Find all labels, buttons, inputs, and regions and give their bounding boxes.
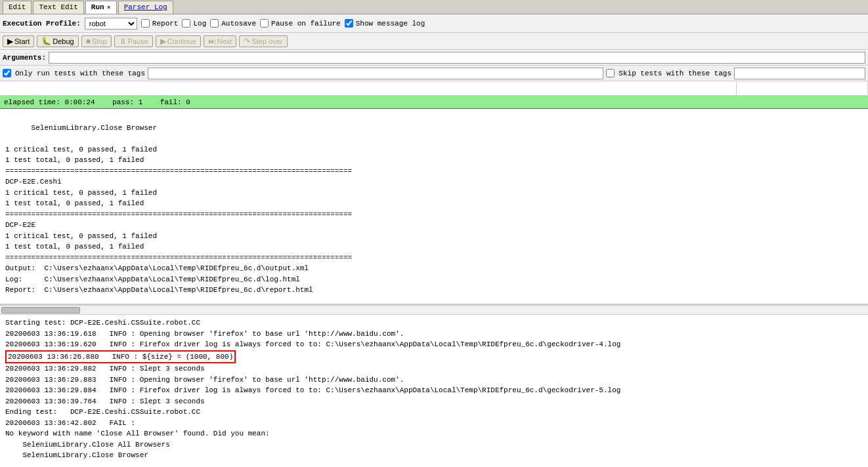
continue-label: Continue	[167, 37, 196, 45]
message-log-line: SeleniumLibrary.Close Browser	[5, 450, 863, 461]
step-over-icon: ↷	[244, 37, 250, 46]
show-message-log-label: Show message log	[356, 20, 425, 28]
next-label: Next	[217, 37, 232, 45]
tab-parser-log-label: Parser Log	[124, 3, 167, 11]
message-log-line: Ending test: DCP-E2E.Ceshi.CSSuite.robot…	[5, 407, 863, 418]
status-bar: elapsed time: 0:00:24 pass: 1 fail: 0	[0, 96, 868, 109]
tab-edit[interactable]: Edit	[3, 1, 32, 14]
show-message-log-checkbox-group: Show message log	[345, 19, 425, 28]
pause-on-failure-checkbox[interactable]	[260, 19, 269, 28]
stop-icon: ■	[86, 37, 91, 46]
message-log-line: SeleniumLibrary.Close All Browsers	[5, 439, 863, 451]
toolbar: Execution Profile: robot pybot jybot Rep…	[0, 14, 868, 33]
tags-value-input-left[interactable]	[0, 81, 737, 95]
only-run-tags-input[interactable]	[148, 68, 603, 79]
execution-profile-label: Execution Profile:	[3, 20, 81, 28]
log-checkbox-group: Log	[182, 19, 206, 28]
message-log-line: 20200603 13:36:19.618 INFO : Opening bro…	[5, 329, 863, 340]
tags-row: Only run tests with these tags Skip test…	[0, 66, 868, 81]
start-label: Start	[14, 37, 30, 45]
message-log-line: Starting test: DCP-E2E.Ceshi.CSSuite.rob…	[5, 317, 863, 329]
skip-tags-input[interactable]	[734, 68, 865, 79]
step-over-label: Step over	[251, 37, 282, 45]
skip-label: Skip tests with these tags	[618, 70, 731, 77]
only-run-checkbox[interactable]	[3, 69, 11, 77]
message-log-line: 20200603 13:36:19.620 INFO : Firefox dri…	[5, 339, 863, 350]
pause-on-failure-checkbox-group: Pause on failure	[260, 19, 341, 28]
execution-profile-select[interactable]: robot pybot jybot	[85, 18, 137, 30]
next-button[interactable]: ⏭ Next	[204, 35, 237, 47]
message-log-line: 20200603 13:36:26.880 INFO : ${size} = (…	[5, 350, 863, 364]
stop-label: Stop	[92, 37, 107, 45]
fail-count: fail: 0	[160, 98, 190, 106]
pause-icon: ⏸	[119, 37, 127, 46]
start-button[interactable]: ▶ Start	[3, 35, 34, 47]
report-checkbox[interactable]	[141, 19, 150, 28]
pause-label: Pause	[128, 37, 148, 45]
debug-icon: 🐛	[41, 37, 51, 46]
tab-parser-log[interactable]: Parser Log	[118, 1, 173, 14]
pause-on-failure-label: Pause on failure	[271, 20, 341, 28]
button-row: ▶ Start 🐛 Debug ■ Stop ⏸ Pause ▶ Continu…	[0, 33, 868, 50]
main-log-area[interactable]: SeleniumLibrary.Close Browser 1 critical…	[0, 109, 868, 306]
autosave-label: Autosave	[221, 20, 256, 28]
message-log-line: 20200603 13:36:29.882 INFO : Slept 3 sec…	[5, 363, 863, 375]
skip-checkbox[interactable]	[606, 69, 615, 77]
debug-label: Debug	[53, 37, 74, 45]
arguments-input[interactable]	[49, 52, 865, 64]
step-over-button[interactable]: ↷ Step over	[239, 35, 287, 47]
start-icon: ▶	[7, 37, 13, 46]
tags-input-row2	[0, 81, 868, 96]
tab-run-close[interactable]: ✕	[107, 3, 111, 11]
tab-run[interactable]: Run ✕	[85, 1, 117, 14]
tab-text-edit-label: Text Edit	[39, 3, 77, 11]
tab-text-edit[interactable]: Text Edit	[33, 1, 83, 14]
message-log-line: 20200603 13:36:29.883 INFO : Opening bro…	[5, 375, 863, 386]
arguments-row: Arguments:	[0, 50, 868, 66]
scrollbar-area	[0, 306, 868, 315]
log-content: SeleniumLibrary.Close Browser 1 critical…	[5, 124, 352, 306]
autosave-checkbox[interactable]	[210, 19, 219, 28]
pass-count: pass: 1	[112, 98, 142, 106]
tab-run-label: Run	[91, 3, 104, 11]
elapsed-time: elapsed time: 0:00:24	[4, 98, 95, 106]
log-label: Log	[193, 20, 206, 28]
horizontal-scrollbar[interactable]	[1, 307, 80, 314]
show-message-log-checkbox[interactable]	[345, 19, 353, 28]
message-log-line: 20200603 13:36:29.884 INFO : Firefox dri…	[5, 385, 863, 396]
message-log-line: No keyword with name 'Close All Browser'…	[5, 428, 863, 439]
continue-icon: ▶	[160, 37, 166, 46]
debug-button[interactable]: 🐛 Debug	[37, 35, 78, 47]
only-run-label: Only run tests with these tags	[15, 70, 145, 77]
tab-bar: Edit Text Edit Run ✕ Parser Log	[0, 0, 868, 14]
pause-button[interactable]: ⏸ Pause	[114, 35, 153, 47]
stop-button[interactable]: ■ Stop	[81, 35, 112, 47]
message-log-line: 20200603 13:36:39.764 INFO : Slept 3 sec…	[5, 396, 863, 407]
autosave-checkbox-group: Autosave	[210, 19, 256, 28]
tags-value-input-right[interactable]	[737, 81, 868, 95]
message-log-line: 20200603 13:36:42.802 FAIL :	[5, 418, 863, 429]
report-label: Report	[152, 20, 179, 28]
skip-section: Skip tests with these tags	[606, 68, 865, 79]
continue-button[interactable]: ▶ Continue	[156, 35, 201, 47]
next-icon: ⏭	[208, 37, 216, 46]
report-checkbox-group: Report	[141, 19, 179, 28]
log-checkbox[interactable]	[182, 19, 190, 28]
tab-edit-label: Edit	[9, 3, 26, 11]
arguments-label: Arguments:	[3, 54, 46, 62]
message-log-area[interactable]: Starting test: DCP-E2E.Ceshi.CSSuite.rob…	[0, 315, 868, 467]
